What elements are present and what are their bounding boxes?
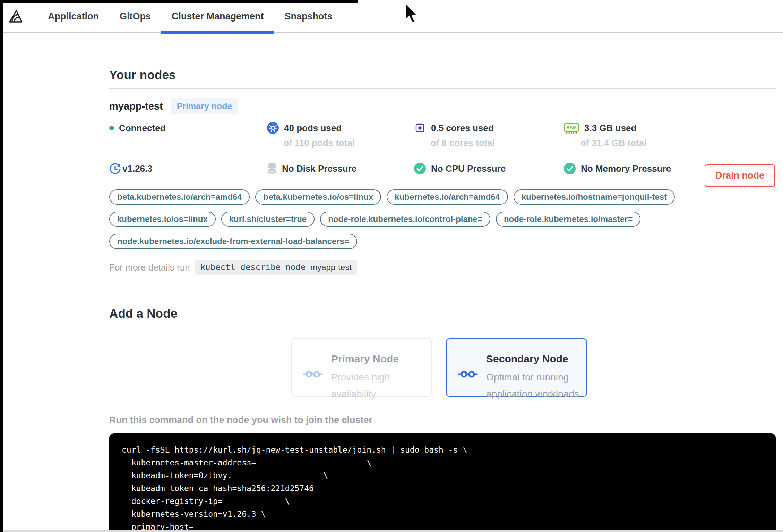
cores-total: of 8 cores total: [414, 138, 563, 148]
pods-total: of 110 pods total: [267, 138, 414, 148]
secondary-node-option[interactable]: Secondary Node Optimal for running appli…: [446, 338, 587, 397]
terminal-line: docker-registry-ip= \: [122, 495, 769, 508]
disk-pressure-condition: No Disk Pressure: [267, 162, 414, 175]
mouse-cursor: [402, 1, 423, 25]
node-label-pill: beta.kubernetes.io/arch=amd64: [109, 189, 250, 205]
terminal-line: kubernetes-master-address= \: [122, 456, 769, 469]
node-label-pill: node.kubernetes.io/exclude-from-external…: [109, 234, 357, 249]
tab-cluster-management[interactable]: Cluster Management: [161, 0, 274, 33]
node-details-hint: For more details run kubectl describe no…: [109, 260, 776, 275]
option-subtitle: Optimal for running application workload…: [486, 369, 583, 402]
terminal-line: kubeadm-token=0ztbvy. \: [122, 469, 769, 482]
version-update-icon: [109, 163, 121, 174]
node-name: myapp-test: [109, 101, 163, 112]
option-title: Secondary Node: [486, 353, 583, 365]
option-subtitle: Provides high availability: [331, 369, 428, 402]
top-nav: Application GitOps Cluster Management Sn…: [0, 0, 783, 33]
cpu-pressure-condition: No CPU Pressure: [414, 162, 563, 175]
node-link-icon: [303, 370, 323, 379]
primary-node-option[interactable]: Primary Node Provides high availability: [291, 338, 432, 397]
option-title: Primary Node: [331, 353, 428, 365]
node-label-pill: kurl.sh/cluster=true: [221, 212, 315, 227]
node-label-pill: kubernetes.io/hostname=jonquil-test: [514, 189, 675, 205]
node-label-pill: node-role.kubernetes.io/master=: [496, 212, 640, 227]
node-label-pill: beta.kubernetes.io/os=linux: [255, 189, 381, 205]
terminal-line: kubernetes-version=v1.26.3 \: [122, 508, 769, 521]
terminal-line: curl -fsSL https://kurl.sh/jq-new-test-u…: [122, 444, 769, 456]
node-type-options: Primary Node Provides high availability …: [291, 338, 776, 397]
tab-snapshots[interactable]: Snapshots: [274, 0, 343, 33]
main-content: Your nodes myapp-test Primary node Conne…: [109, 68, 776, 532]
section-divider: [109, 327, 776, 327]
svg-text:RAM: RAM: [566, 125, 577, 130]
replicated-logo-icon[interactable]: [8, 9, 23, 23]
node-version: v1.26.3: [109, 163, 267, 174]
nav-tabs: Application GitOps Cluster Management Sn…: [37, 0, 343, 33]
pods-used-stat: 40 pods used: [267, 122, 414, 134]
node-label-pill: node-role.kubernetes.io/control-plane=: [320, 212, 490, 227]
primary-node-badge: Primary node: [171, 98, 239, 114]
check-circle-icon: [414, 162, 426, 175]
cluster-management-page: Application GitOps Cluster Management Sn…: [0, 0, 783, 532]
add-node-title: Add a Node: [109, 307, 776, 320]
node-label-pill: kubernetes.io/arch=amd64: [387, 189, 508, 205]
status-dot-icon: [109, 126, 114, 130]
memory-total: of 31.4 GB total: [563, 138, 776, 148]
tab-application[interactable]: Application: [37, 0, 109, 33]
window-edge-left: [0, 0, 3, 532]
memory-used-stat: RAM 3.3 GB used: [563, 122, 776, 134]
kubectl-describe-command: kubectl describe nodemyapp-test: [195, 260, 357, 275]
disk-icon: [267, 162, 277, 175]
check-circle-icon: [563, 162, 576, 175]
window-edge-bottom: [3, 530, 783, 532]
drain-node-button[interactable]: Drain node: [705, 164, 775, 187]
join-command-instruction: Run this command on the node you wish to…: [109, 415, 776, 426]
node-label-pill: kubernetes.io/os=linux: [109, 212, 216, 227]
node-status: Connected: [109, 123, 267, 134]
your-nodes-title: Your nodes: [109, 68, 776, 82]
node-link-icon: [458, 370, 478, 379]
cores-used-stat: 0.5 cores used: [414, 122, 563, 134]
node-labels: beta.kubernetes.io/arch=amd64 beta.kuber…: [109, 189, 713, 249]
node-stats-grid: Connected: [109, 122, 776, 175]
terminal-line: kubeadm-token-ca-hash=sha256:221d25746: [122, 482, 769, 495]
kubernetes-pods-icon: [267, 122, 279, 134]
ram-icon: RAM: [563, 122, 579, 134]
tab-gitops[interactable]: GitOps: [109, 0, 161, 33]
window-edge-top: [0, 0, 358, 3]
join-command-terminal: curl -fsSL https://kurl.sh/jq-new-test-u…: [109, 433, 776, 532]
node-card: myapp-test Primary node Connected: [109, 89, 776, 275]
cpu-icon: [414, 122, 426, 134]
